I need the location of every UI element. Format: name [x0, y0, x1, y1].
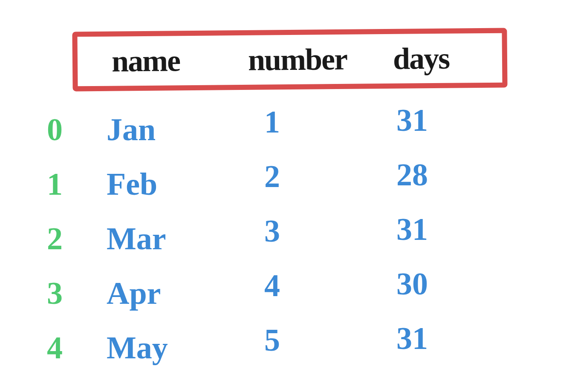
row-index: 4 [43, 330, 98, 366]
cell-name: Jan [98, 112, 251, 148]
table-body: 0 Jan 1 31 1 Feb 2 28 2 Mar 3 31 3 Apr 4… [43, 102, 511, 375]
cell-days: 31 [379, 211, 490, 248]
table-row: 4 May 5 31 [43, 320, 511, 375]
table-row: 2 Mar 3 31 [43, 211, 511, 266]
row-index: 2 [43, 221, 98, 257]
column-header-number: number [248, 41, 347, 78]
cell-number: 2 [251, 159, 379, 195]
column-header-days: days [393, 40, 450, 76]
table-row: 1 Feb 2 28 [43, 157, 511, 211]
column-header-box: name number days [72, 28, 507, 92]
row-index: 0 [43, 112, 98, 148]
cell-days: 28 [379, 157, 490, 193]
cell-days: 31 [379, 102, 490, 138]
cell-name: Mar [98, 221, 251, 257]
row-index: 1 [43, 166, 98, 202]
column-header-name: name [112, 43, 180, 79]
cell-name: Feb [98, 166, 251, 202]
cell-name: Apr [98, 275, 251, 311]
cell-number: 1 [251, 104, 379, 140]
cell-number: 3 [251, 213, 379, 249]
cell-days: 31 [379, 320, 490, 357]
cell-number: 4 [251, 268, 379, 304]
cell-days: 30 [379, 266, 490, 302]
row-index: 3 [43, 275, 98, 311]
cell-name: May [98, 330, 251, 366]
table-row: 0 Jan 1 31 [43, 102, 511, 157]
table-row: 3 Apr 4 30 [43, 266, 511, 320]
cell-number: 5 [251, 322, 379, 358]
